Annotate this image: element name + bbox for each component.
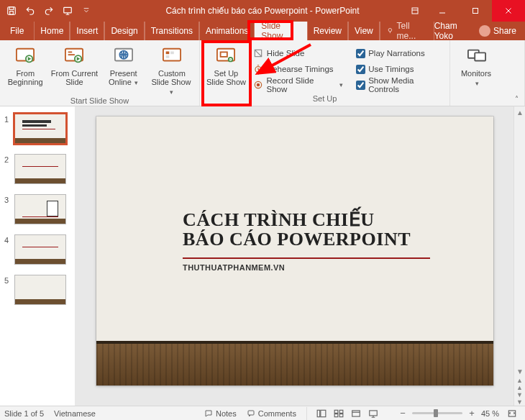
minimize-button[interactable]	[426, 0, 459, 22]
show-media-input[interactable]	[356, 81, 365, 90]
group-setup-label: Set Up	[204, 94, 445, 106]
tab-home[interactable]: Home	[34, 22, 70, 40]
from-beginning-label: From Beginning	[4, 69, 46, 86]
monitors-icon	[465, 45, 488, 68]
reading-view-icon[interactable]	[347, 407, 365, 420]
svg-rect-1	[9, 7, 14, 10]
thumbnail-1[interactable]	[14, 114, 66, 144]
work-area: 1 2 3 4 5 CÁCH TRÌNH CHIẾUBÁO CÁO POWERP…	[0, 106, 525, 406]
from-beginning-button[interactable]: From Beginning	[4, 42, 46, 86]
present-online-icon	[112, 45, 135, 68]
scroll-up-icon[interactable]: ▲	[514, 106, 525, 118]
svg-point-25	[257, 83, 260, 86]
record-icon	[252, 80, 264, 90]
undo-icon[interactable]	[22, 2, 39, 19]
show-media-label: Show Media Controls	[368, 76, 445, 93]
thumb-number: 3	[4, 194, 14, 204]
scroll-down-icon[interactable]: ▼	[514, 365, 525, 377]
present-online-button[interactable]: Present Online ▾	[102, 42, 144, 87]
zoom-out-button[interactable]: −	[398, 408, 408, 419]
share-button[interactable]: Share	[473, 25, 522, 37]
start-slideshow-icon[interactable]	[59, 2, 76, 19]
setup-slideshow-icon	[214, 45, 237, 68]
scroll-track[interactable]	[514, 118, 525, 365]
sorter-view-icon[interactable]	[330, 407, 347, 420]
setup-slideshow-button[interactable]: Set Up Slide Show	[204, 42, 248, 86]
thumbnail-4[interactable]	[14, 234, 66, 265]
svg-rect-4	[412, 8, 418, 14]
collapse-ribbon-icon[interactable]: ˄	[511, 93, 522, 104]
zoom-thumb[interactable]	[434, 409, 438, 417]
rehearse-icon	[252, 64, 264, 74]
from-current-button[interactable]: From Current Slide	[50, 42, 98, 86]
monitors-label: Monitors▾	[461, 69, 493, 88]
next-slide-icon[interactable]: ▼▼	[514, 391, 525, 406]
custom-slideshow-button[interactable]: Custom Slide Show ▾	[149, 42, 195, 96]
zoom-in-button[interactable]: +	[467, 408, 477, 419]
slide-rule	[183, 257, 430, 259]
qat-customize-icon[interactable]	[78, 2, 95, 19]
maximize-button[interactable]	[459, 0, 492, 22]
slide-counter[interactable]: Slide 1 of 5	[4, 409, 44, 418]
custom-slideshow-label: Custom Slide Show ▾	[149, 69, 195, 96]
ribbon-tabstrip: File Home Insert Design Transitions Anim…	[0, 22, 525, 40]
from-current-icon	[63, 45, 86, 68]
tell-me-search[interactable]: Tell me...	[380, 22, 434, 40]
slide-canvas[interactable]: CÁCH TRÌNH CHIẾUBÁO CÁO POWERPOINT THUTH…	[96, 117, 493, 385]
vertical-scrollbar[interactable]: ▲ ▼ ▲▲ ▼▼	[513, 106, 525, 406]
notes-button[interactable]: Notes	[204, 409, 237, 418]
user-area: Cham Yoko Share	[434, 22, 525, 40]
svg-rect-35	[339, 414, 343, 416]
share-label: Share	[493, 26, 516, 36]
monitors-button[interactable]: Monitors▾	[455, 42, 499, 88]
tell-me-label: Tell me...	[397, 21, 428, 41]
thumb-number: 1	[4, 114, 14, 124]
svg-rect-32	[334, 410, 338, 413]
thumbnail-pane[interactable]: 1 2 3 4 5	[0, 106, 75, 406]
close-button[interactable]	[492, 0, 525, 22]
slide-region: CÁCH TRÌNH CHIẾUBÁO CÁO POWERPOINT THUTH…	[75, 106, 525, 406]
language-indicator[interactable]: Vietnamese	[54, 409, 96, 418]
tab-transitions[interactable]: Transitions	[145, 22, 199, 40]
tab-review[interactable]: Review	[307, 22, 348, 40]
tab-design[interactable]: Design	[104, 22, 144, 40]
zoom-percent[interactable]: 45 %	[481, 409, 499, 418]
svg-rect-16	[166, 52, 170, 55]
slideshow-view-icon[interactable]	[365, 407, 382, 420]
ribbon-options-icon[interactable]	[404, 0, 426, 22]
play-narrations-input[interactable]	[356, 49, 365, 58]
prev-slide-icon[interactable]: ▲▲	[514, 377, 525, 391]
file-tab[interactable]: File	[0, 22, 34, 40]
hide-slide-button[interactable]: Hide Slide	[252, 46, 343, 60]
save-icon[interactable]	[3, 2, 20, 19]
from-beginning-icon	[14, 45, 37, 68]
tab-animations[interactable]: Animations	[199, 22, 255, 40]
tab-insert[interactable]: Insert	[70, 22, 104, 40]
show-media-checkbox[interactable]: Show Media Controls	[356, 78, 445, 92]
slide-subtitle: THUTHUATPHANMEM.VN	[183, 263, 285, 272]
use-timings-checkbox[interactable]: Use Timings	[356, 62, 445, 76]
redo-icon[interactable]	[40, 2, 58, 19]
view-buttons	[306, 407, 382, 420]
svg-rect-20	[221, 52, 227, 57]
use-timings-input[interactable]	[356, 65, 365, 74]
record-slideshow-button[interactable]: Record Slide Show ▾	[252, 78, 343, 92]
hide-slide-label: Hide Slide	[267, 49, 304, 58]
user-avatar-icon	[479, 25, 490, 37]
fit-to-window-icon[interactable]	[503, 407, 521, 420]
thumbnail-3[interactable]	[14, 194, 66, 224]
svg-rect-29	[248, 411, 254, 415]
rehearse-timings-button[interactable]: Rehearse Timings	[252, 62, 343, 76]
zoom-control: − + 45 %	[392, 407, 521, 420]
thumbnail-5[interactable]	[14, 275, 66, 305]
user-name[interactable]: Cham Yoko	[434, 21, 469, 41]
zoom-slider[interactable]	[412, 412, 462, 414]
comments-button[interactable]: Comments	[247, 409, 296, 418]
rehearse-label: Rehearse Timings	[267, 65, 334, 73]
tab-view[interactable]: View	[348, 22, 380, 40]
thumbnail-2[interactable]	[14, 154, 66, 184]
tab-slide-show[interactable]: Slide Show	[255, 22, 306, 40]
normal-view-icon[interactable]	[313, 407, 330, 420]
notes-icon	[204, 409, 213, 418]
play-narrations-checkbox[interactable]: Play Narrations	[356, 46, 445, 60]
